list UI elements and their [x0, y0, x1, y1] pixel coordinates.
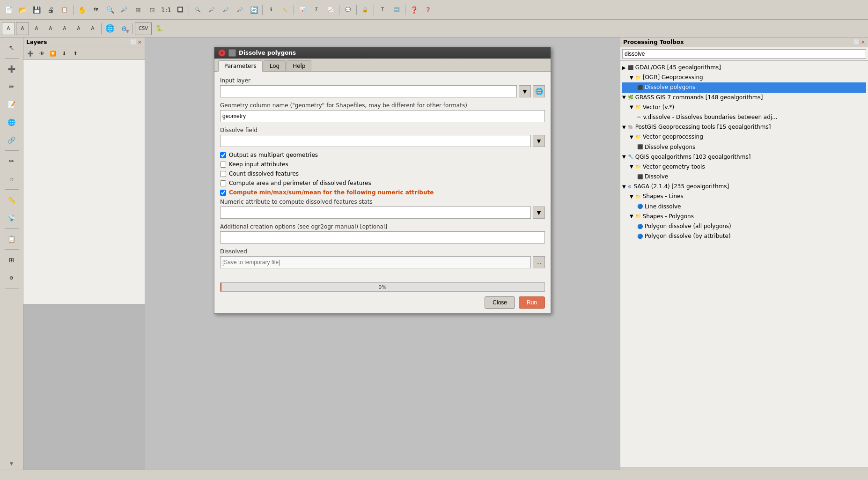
notes-icon[interactable]: 📋	[3, 230, 20, 247]
tab-help[interactable]: Help	[287, 60, 311, 71]
measure-icon[interactable]: 📐	[279, 3, 292, 16]
tree-grass[interactable]: ▼ 🌿 GRASS GIS 7 commands [148 geoalgorit…	[622, 93, 866, 103]
additional-options-input[interactable]	[220, 231, 545, 244]
open-folder-icon[interactable]: 📂	[16, 3, 29, 16]
csv-icon[interactable]: CSV	[135, 22, 152, 35]
label-a6-icon[interactable]: A	[72, 22, 85, 35]
tree-postgis[interactable]: ▼ 🐘 PostGIS Geoprocessing tools [15 geoa…	[622, 122, 866, 132]
select-rect-icon[interactable]: 🔎	[219, 3, 232, 16]
dissolve-field-input[interactable]	[220, 135, 531, 147]
checkbox-multipart[interactable]	[220, 152, 226, 158]
tree-line-dissolve[interactable]: 🔵 Line dissolve	[622, 202, 866, 212]
layers-close-icon[interactable]: ✕	[138, 39, 142, 45]
label-a5-icon[interactable]: A	[58, 22, 71, 35]
input-layer-dropdown-btn[interactable]: ▼	[519, 85, 531, 97]
pencil-icon[interactable]: ✏	[3, 153, 20, 170]
tree-ogr-geoprocessing[interactable]: ▼ 📁 [OGR] Geoprocessing	[622, 73, 866, 82]
edit-icon[interactable]: 📝	[3, 96, 20, 113]
processing-icon[interactable]: ⚙	[3, 269, 20, 286]
deselect-icon[interactable]: 🔎	[233, 3, 246, 16]
dialog-close-button[interactable]: ✕	[218, 49, 226, 57]
tab-log[interactable]: Log	[264, 60, 286, 71]
close-button[interactable]: Close	[485, 296, 515, 309]
zoom-layer-icon[interactable]: ⊡	[146, 3, 159, 16]
measure-tool-icon[interactable]: 📏	[3, 192, 20, 208]
geometry-column-field[interactable]: geometry	[220, 110, 545, 122]
tree-saga-shapes-polygons[interactable]: ▼ 📁 Shapes - Polygons	[622, 212, 866, 222]
info-icon[interactable]: ℹ	[265, 3, 278, 16]
zoom-full-icon[interactable]: ⊞	[132, 3, 145, 16]
numeric-attr-input[interactable]	[220, 207, 531, 219]
tree-saga[interactable]: ▼ ⚙ SAGA (2.1.4) [235 geoalgorithms]	[622, 182, 866, 192]
processing-float-icon[interactable]: ⬜	[853, 39, 860, 45]
label-a7-icon[interactable]: A	[86, 22, 99, 35]
dissolve-field-dropdown-btn[interactable]: ▼	[533, 135, 545, 147]
layer-icon[interactable]: 📊	[296, 3, 309, 16]
label-a3-icon[interactable]: A	[30, 22, 43, 35]
browser-icon[interactable]: ⊞	[3, 251, 20, 268]
wms-icon[interactable]: 🌐	[3, 114, 20, 131]
tab-parameters[interactable]: Parameters	[218, 60, 263, 72]
filter-layers-icon[interactable]: 🔽	[48, 48, 58, 59]
tree-gdal-ogr[interactable]: ▶ ⬛ GDAL/OGR [45 geoalgorithms]	[622, 63, 866, 73]
print-icon[interactable]: 🖨	[44, 3, 57, 16]
checkbox-area[interactable]	[220, 180, 226, 186]
python-icon[interactable]: 🐍	[153, 22, 166, 35]
tree-postgis-vector[interactable]: ▼ 📁 Vector geoprocessing	[622, 132, 866, 142]
label-a1-icon[interactable]: A	[2, 22, 15, 35]
zoom-selection-icon[interactable]: 1:1	[160, 3, 173, 16]
lock-icon[interactable]: 🔒	[359, 3, 372, 16]
input-layer-field[interactable]	[220, 85, 517, 97]
histogram-icon[interactable]: 📈	[324, 3, 337, 16]
layers-float-icon[interactable]: ⬜	[130, 39, 137, 45]
input-layer-browse-btn[interactable]: 🌐	[533, 85, 545, 97]
dissolved-output-browse-btn[interactable]: ...	[533, 256, 545, 268]
vertex-tool-icon[interactable]: ◇	[3, 170, 20, 187]
add-layer-icon[interactable]: ➕	[3, 60, 20, 77]
move-layer-up-icon[interactable]: ⬇	[59, 48, 69, 59]
tree-dissolve-ogr[interactable]: ⬛ Dissolve polygons	[622, 82, 866, 92]
text-label-icon[interactable]: T	[376, 3, 389, 16]
zoom-native-icon[interactable]: 🔲	[174, 3, 187, 16]
stats-icon[interactable]: Σ	[310, 3, 323, 16]
save-icon[interactable]: 💾	[30, 3, 43, 16]
run-button[interactable]: Run	[519, 296, 545, 309]
zoom-in-icon[interactable]: 🔍	[103, 3, 117, 16]
label-a2-icon[interactable]: A	[16, 22, 29, 35]
digitize-icon[interactable]: ✏	[3, 78, 20, 95]
move-layer-down-icon[interactable]: ⬆	[70, 48, 81, 59]
tree-qgis[interactable]: ▼ 🔧 QGIS geoalgorithms [103 geoalgorithm…	[622, 152, 866, 162]
processing-search-input[interactable]: dissolve	[622, 49, 866, 59]
tree-vdissolve[interactable]: ✏ v.dissolve - Dissolves boundaries betw…	[622, 112, 866, 122]
whats-this-icon[interactable]: ❓	[421, 3, 434, 16]
show-all-layers-icon[interactable]: 👁	[37, 48, 47, 59]
composer-icon[interactable]: 📋	[58, 3, 71, 16]
checkbox-stats[interactable]	[220, 190, 226, 196]
tree-qgis-vector[interactable]: ▼ 📁 Vector geometry tools	[622, 162, 866, 172]
refresh-icon[interactable]: 🔄	[247, 3, 260, 16]
tree-dissolve-qgis[interactable]: ⬛ Dissolve	[622, 172, 866, 182]
gps-icon[interactable]: 📡	[3, 209, 20, 226]
identify-icon[interactable]: 🔍	[191, 3, 204, 16]
checkbox-count[interactable]	[220, 171, 226, 177]
annotation-icon[interactable]: 💬	[341, 3, 354, 16]
zoom-out-icon[interactable]: 🔎	[118, 3, 131, 16]
globe-icon[interactable]: 🌐	[103, 22, 117, 35]
checkbox-keep[interactable]	[220, 162, 226, 168]
pan-icon[interactable]: ✋	[75, 3, 88, 16]
text-btn-icon[interactable]: 🔤	[390, 3, 403, 16]
numeric-attr-dropdown-btn[interactable]: ▼	[533, 207, 545, 219]
add-raster-icon[interactable]: ➕	[25, 48, 36, 59]
processing-close-icon[interactable]: ✕	[861, 39, 865, 45]
tree-polygon-dissolve-all[interactable]: 🔵 Polygon dissolve (all polygons)	[622, 222, 866, 231]
label-a4-icon[interactable]: A	[44, 22, 57, 35]
tree-polygon-dissolve-attr[interactable]: 🔵 Polygon dissolve (by attribute)	[622, 231, 866, 241]
wfs-icon[interactable]: 🔗	[3, 132, 20, 148]
new-file-icon[interactable]: 📄	[2, 3, 15, 16]
tree-saga-shapes-lines[interactable]: ▼ 📁 Shapes - Lines	[622, 192, 866, 201]
settings-icon[interactable]: ⚙ ▼	[118, 22, 131, 35]
help-icon[interactable]: ❓	[407, 3, 420, 16]
tree-grass-vector[interactable]: ▼ 📁 Vector (v.*)	[622, 103, 866, 112]
select-icon[interactable]: 🔎	[205, 3, 218, 16]
dialog-minimize-button[interactable]	[228, 49, 236, 57]
